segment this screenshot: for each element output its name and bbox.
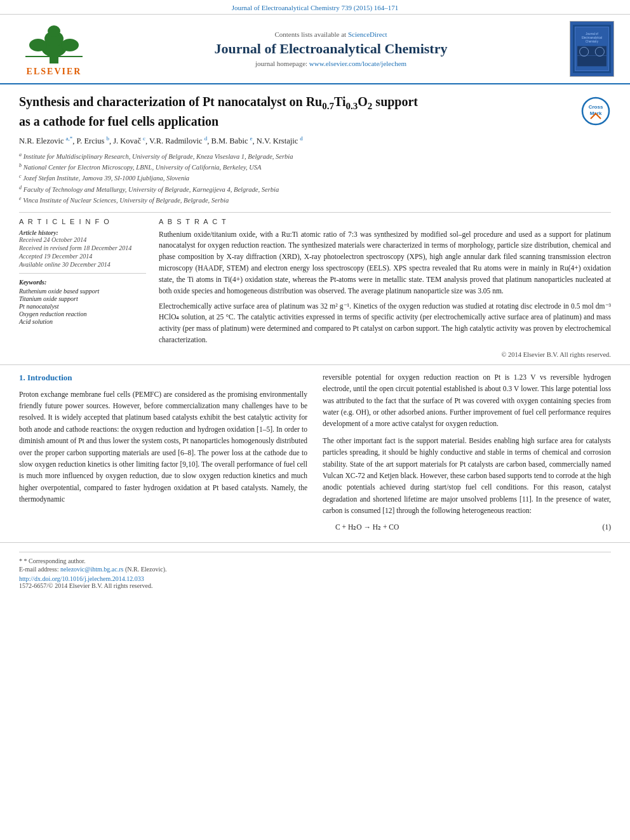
doi-line: http://dx.doi.org/10.1016/j.jelechem.201… [19, 575, 611, 582]
journal-title: Journal of Electroanalytical Chemistry [95, 41, 566, 57]
elsevier-tree-icon [19, 21, 89, 65]
body-content: 1. Introduction Proton exchange membrane… [0, 364, 630, 542]
journal-header: ELSEVIER Contents lists available at Sci… [0, 15, 630, 84]
keywords-section: Keywords: Ruthenium oxide based support … [19, 279, 146, 325]
article-info-abstract: A R T I C L E I N F O Article history: R… [19, 218, 611, 358]
elsevier-logo: ELSEVIER [13, 21, 95, 77]
affiliations: a Institute for Multidisciplinary Resear… [19, 150, 611, 205]
svg-point-5 [61, 39, 79, 51]
keywords-label: Keywords: [19, 279, 146, 286]
elsevier-wordmark: ELSEVIER [27, 67, 82, 77]
authors-line: N.R. Elezovic a,*, P. Ercius b, J. Kovač… [19, 135, 611, 147]
journal-header-center: Contents lists available at ScienceDirec… [95, 30, 566, 67]
abstract-heading: A B S T R A C T [159, 218, 611, 225]
article-info-heading: A R T I C L E I N F O [19, 218, 146, 225]
affiliation-a: a Institute for Multidisciplinary Resear… [19, 153, 293, 160]
rights-line: 1572-6657/© 2014 Elsevier B.V. All right… [19, 582, 611, 589]
doi-link[interactable]: http://dx.doi.org/10.1016/j.jelechem.201… [19, 575, 144, 582]
intro-para-2: reversible potential for oxygen reductio… [323, 371, 611, 430]
svg-rect-6 [25, 56, 83, 57]
body-col-left: 1. Introduction Proton exchange membrane… [19, 371, 307, 536]
journal-homepage: journal homepage: www.elsevier.com/locat… [95, 60, 566, 67]
journal-cover: Journal of Electroanalytical Chemistry [566, 21, 617, 77]
svg-rect-12 [577, 46, 607, 67]
journal-cover-image: Journal of Electroanalytical Chemistry [570, 21, 614, 77]
article-history: Article history: Received 24 October 201… [19, 229, 146, 274]
history-label: Article history: [19, 229, 146, 236]
affiliation-e: e Vinca Institute of Nuclear Sciences, U… [19, 197, 229, 204]
copyright-line: © 2014 Elsevier B.V. All rights reserved… [159, 351, 611, 358]
received-revised-date: Received in revised form 18 December 201… [19, 244, 146, 251]
crossmark-icon[interactable]: Cross Mark [580, 96, 611, 126]
intro-heading: 1. Introduction [19, 371, 307, 385]
affiliation-b: b National Center for Electron Microscop… [19, 164, 261, 171]
svg-point-3 [48, 25, 60, 37]
article-area: Synthesis and characterization of Pt nan… [0, 84, 630, 364]
svg-text:Chemistry: Chemistry [586, 40, 599, 43]
two-col-body: 1. Introduction Proton exchange membrane… [19, 371, 611, 536]
abstract-text-1: Ruthenium oxide/titanium oxide, with a R… [159, 229, 611, 297]
abstract-text-2: Electrochemically active surface area of… [159, 301, 611, 346]
article-info-column: A R T I C L E I N F O Article history: R… [19, 218, 146, 358]
received-date: Received 24 October 2014 [19, 236, 146, 243]
body-col-right: reversible potential for oxygen reductio… [323, 371, 611, 536]
article-title-section: Synthesis and characterization of Pt nan… [19, 93, 611, 130]
abstract-column: A B S T R A C T Ruthenium oxide/titanium… [159, 218, 611, 358]
svg-text:Journal of: Journal of [586, 32, 598, 36]
reaction-formula: C + H₂O → H₂ + CO [335, 521, 399, 533]
footer-divider [19, 552, 611, 552]
journal-homepage-url[interactable]: www.elsevier.com/locate/jelechem [309, 60, 406, 67]
page-footer: * * Corresponding author. E-mail address… [0, 542, 630, 594]
sciencedirect-link[interactable]: ScienceDirect [348, 30, 387, 38]
accepted-date: Accepted 19 December 2014 [19, 253, 146, 260]
keyword-4: Oxygen reduction reaction [19, 310, 146, 317]
author-email[interactable]: nelezovic@ihtm.bg.ac.rs [60, 566, 123, 573]
intro-para-3: The other important fact is the support … [323, 435, 611, 517]
email-line: E-mail address: nelezovic@ihtm.bg.ac.rs … [19, 566, 611, 573]
keyword-3: Pt nanocatalyst [19, 303, 146, 310]
keyword-2: Titanium oxide support [19, 295, 146, 302]
star-label: * [19, 557, 24, 564]
keyword-5: Acid solution [19, 318, 146, 325]
available-date: Available online 30 December 2014 [19, 261, 146, 268]
corresponding-author-note: * * Corresponding author. [19, 557, 611, 564]
keyword-1: Ruthenium oxide based support [19, 288, 146, 295]
article-title: Synthesis and characterization of Pt nan… [19, 93, 580, 130]
svg-text:Cross: Cross [589, 104, 603, 110]
reaction-equation: C + H₂O → H₂ + CO (1) [335, 521, 611, 533]
svg-text:Electroanalytical: Electroanalytical [582, 36, 602, 39]
reaction-number: (1) [603, 521, 611, 533]
top-journal-citation: Journal of Electroanalytical Chemistry 7… [0, 0, 630, 15]
cover-image-icon: Journal of Electroanalytical Chemistry [573, 22, 611, 76]
header-divider [19, 212, 611, 213]
svg-point-4 [29, 39, 47, 51]
affiliation-c: c Jozef Stefan Institute, Jamova 39, SI-… [19, 175, 189, 182]
elsevier-logo-area: ELSEVIER [13, 21, 95, 77]
contents-availability: Contents lists available at ScienceDirec… [95, 30, 566, 38]
affiliation-d: d Faculty of Technology and Metallurgy, … [19, 186, 279, 193]
intro-para-1: Proton exchange membrane fuel cells (PEM… [19, 389, 307, 505]
